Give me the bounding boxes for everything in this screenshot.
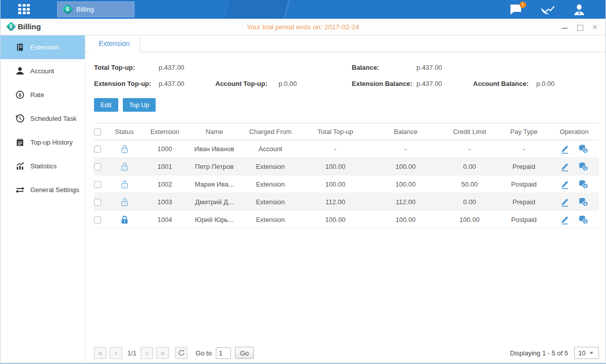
svg-text:$: $: [584, 201, 587, 206]
edit-row-icon[interactable]: [560, 162, 570, 171]
total-topup-value: p.437.00: [159, 64, 215, 71]
cell-pay-type: Postpaid: [498, 175, 549, 193]
sidebar: Extension Account $ Rate Scheduled Task …: [1, 35, 85, 363]
row-checkbox[interactable]: [94, 199, 101, 206]
prev-page-button[interactable]: ‹: [110, 347, 122, 359]
col-charged-from: Charged From: [241, 123, 300, 140]
statistics-icon: [16, 162, 24, 170]
status-lock-icon: [107, 162, 142, 171]
extension-balance-label: Extension Balance:: [352, 80, 416, 87]
go-button[interactable]: Go: [235, 347, 254, 359]
cell-extension: 1001: [142, 158, 188, 175]
maximize-icon[interactable]: [576, 24, 583, 31]
next-page-button[interactable]: ›: [141, 347, 153, 359]
last-page-button[interactable]: »: [156, 347, 169, 359]
first-page-button[interactable]: «: [94, 347, 107, 359]
top-up-row-icon[interactable]: $: [579, 215, 588, 224]
extension-table: Status Extension Name Charged From Total…: [94, 123, 599, 229]
cell-charged-from: Extension: [241, 158, 300, 175]
edit-button[interactable]: Edit: [94, 98, 118, 112]
cell-name: Иван Иванов: [188, 140, 241, 158]
cell-charged-from: Extension: [241, 193, 300, 211]
top-up-row-icon[interactable]: $: [579, 144, 588, 154]
sidebar-item-rate[interactable]: $ Rate: [1, 83, 85, 107]
sidebar-item-scheduled-task[interactable]: Scheduled Task: [1, 107, 85, 130]
tab-strip: Extension: [85, 35, 605, 52]
edit-row-icon[interactable]: [560, 215, 570, 224]
col-credit-limit: Credit Limit: [441, 123, 498, 140]
refresh-button[interactable]: [175, 347, 188, 359]
top-up-row-icon[interactable]: $: [579, 197, 588, 207]
user-account-icon[interactable]: [573, 4, 586, 15]
status-lock-icon: [107, 215, 142, 224]
rate-icon: $: [16, 90, 24, 99]
page-indicator: 1/1: [127, 349, 136, 357]
row-checkbox[interactable]: [94, 163, 101, 170]
displaying-text: Displaying 1 - 5 of 5: [510, 349, 568, 357]
messages-icon[interactable]: !: [509, 4, 523, 15]
cell-extension: 1002: [142, 175, 188, 193]
account-balance-value: p.0.00: [536, 80, 593, 87]
trial-notice: Your trial period ends on: 2017-02-24: [1, 23, 605, 31]
close-icon[interactable]: ×: [591, 24, 598, 31]
cell-name: Дмитрий Д...: [188, 193, 241, 211]
notification-badge: !: [520, 2, 526, 8]
sidebar-item-extension[interactable]: Extension: [1, 35, 85, 59]
top-up-row-icon[interactable]: $: [579, 162, 588, 171]
svg-text:$: $: [19, 92, 22, 98]
row-checkbox[interactable]: [94, 216, 101, 223]
sidebar-item-account[interactable]: Account: [1, 59, 85, 83]
balance-value: p.437.00: [416, 64, 473, 71]
billing-app-tab[interactable]: $ Billing: [57, 2, 134, 17]
cell-balance: 100.00: [370, 175, 441, 193]
cell-total-topup: 100.00: [300, 175, 370, 193]
goto-page-input[interactable]: [216, 347, 231, 359]
account-topup-value: p.0.00: [278, 80, 335, 87]
cell-total-topup: 112.00: [300, 193, 370, 211]
balance-label: Balance:: [352, 64, 416, 71]
edit-row-icon[interactable]: [560, 179, 570, 189]
top-up-row-icon[interactable]: $: [579, 179, 588, 189]
page-size-select[interactable]: 10: [574, 347, 599, 359]
col-pay-type: Pay Type: [498, 123, 549, 140]
general-settings-icon: [16, 186, 24, 194]
sidebar-item-topup-history[interactable]: Top-up History: [1, 130, 85, 154]
col-name: Name: [188, 123, 241, 140]
cell-balance: 112.00: [370, 193, 441, 211]
cell-credit-limit: 0.00: [441, 193, 498, 211]
sidebar-item-general-settings[interactable]: General Settings: [1, 178, 85, 202]
total-topup-label: Total Top-up:: [94, 64, 159, 71]
cell-credit-limit: 50.00: [441, 175, 498, 193]
edit-row-icon[interactable]: [560, 144, 570, 154]
sidebar-item-label: Scheduled Task: [30, 115, 77, 122]
topup-history-icon: [16, 138, 24, 147]
edit-row-icon[interactable]: [560, 197, 570, 207]
cell-name: Петр Петров: [188, 158, 241, 175]
cell-total-topup: 100.00: [300, 211, 370, 229]
tab-extension[interactable]: Extension: [89, 35, 140, 52]
sidebar-item-label: Top-up History: [30, 139, 73, 146]
col-extension: Extension: [142, 123, 188, 140]
table-row: 1002 Мария Ива... Extension 100.00 100.0…: [94, 175, 599, 193]
cell-name: Мария Ива...: [188, 175, 241, 193]
svg-text:$: $: [584, 219, 587, 223]
select-all-checkbox[interactable]: [94, 128, 101, 135]
sidebar-item-statistics[interactable]: Statistics: [1, 154, 85, 178]
apps-grid-icon[interactable]: [18, 4, 35, 15]
statistics-chart-icon[interactable]: [541, 4, 554, 15]
table-row: 1001 Петр Петров Extension 100.00 100.00…: [94, 158, 599, 175]
page-size-value: 10: [578, 349, 585, 357]
cell-credit-limit: 0.00: [441, 158, 498, 175]
sidebar-item-label: Rate: [30, 91, 44, 99]
top-up-button[interactable]: Top Up: [123, 98, 156, 112]
svg-text:$: $: [584, 184, 587, 188]
cell-extension: 1000: [142, 140, 188, 158]
row-checkbox[interactable]: [94, 181, 101, 188]
billing-dollar-icon: $: [62, 4, 73, 15]
cell-balance: 100.00: [370, 158, 441, 175]
minimize-icon[interactable]: [561, 24, 568, 31]
row-checkbox[interactable]: [94, 146, 101, 153]
balance-summary: Total Top-up: p.437.00 Extension Top-up:…: [85, 52, 605, 92]
window-title-bar: $ Billing Your trial period ends on: 201…: [1, 19, 605, 35]
cell-charged-from: Extension: [241, 175, 300, 193]
